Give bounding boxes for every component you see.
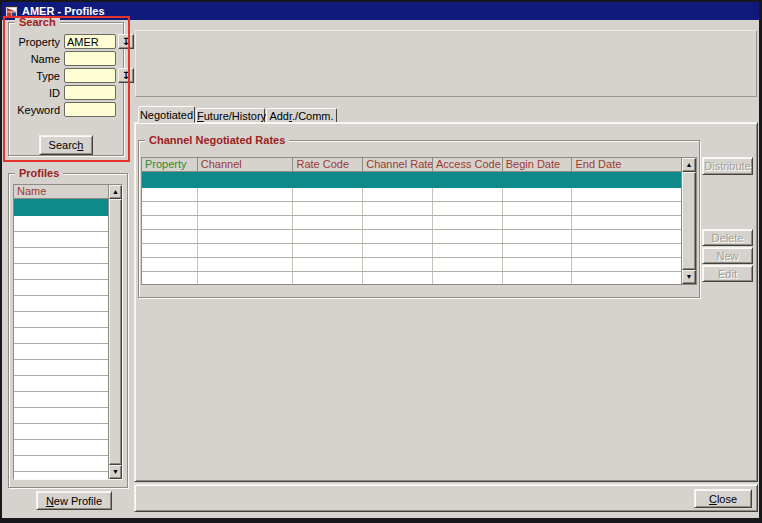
rate-cell	[433, 202, 503, 215]
type-label: Type	[11, 70, 64, 82]
selected-rate-row[interactable]	[142, 172, 681, 188]
id-input[interactable]	[64, 85, 116, 100]
delete-button[interactable]: Delete	[702, 229, 753, 246]
rates-header-row: Property Channel Rate Code Channel Rate …	[142, 158, 681, 172]
rate-row[interactable]	[142, 230, 681, 244]
scroll-up-button[interactable]: ▲	[682, 158, 696, 172]
column-header-access-code[interactable]: Access Code	[433, 158, 503, 171]
profiles-scrollbar: ▲ ▼	[108, 185, 122, 479]
property-lov-button[interactable]: ↧	[118, 34, 134, 49]
new-button[interactable]: New	[702, 247, 753, 264]
search-group-label: Search	[15, 16, 60, 28]
tab-negotiated[interactable]: Negotiated	[138, 106, 195, 123]
rate-cell	[503, 258, 573, 271]
rate-cell	[363, 202, 433, 215]
keyword-label: Keyword	[11, 104, 64, 116]
selected-profile-row[interactable]	[14, 199, 108, 216]
rate-row[interactable]	[142, 202, 681, 216]
profiles-name-column-header: Name	[14, 185, 108, 199]
profile-row[interactable]	[14, 344, 108, 360]
rate-row[interactable]	[142, 272, 681, 284]
tab-label: Addr./Comm.	[269, 110, 333, 122]
rates-table: Property Channel Rate Code Channel Rate …	[141, 157, 697, 285]
distribute-button[interactable]: Distribute	[702, 157, 753, 175]
keyword-input[interactable]	[64, 102, 116, 117]
new-profile-button[interactable]: New Profile	[36, 491, 112, 510]
id-field-row: ID	[11, 85, 116, 100]
scrollbar-thumb[interactable]	[682, 172, 696, 270]
rate-row[interactable]	[142, 188, 681, 202]
property-field-row: Property ↧	[11, 34, 134, 49]
scrollbar-thumb[interactable]	[109, 199, 122, 465]
rate-cell	[142, 272, 198, 284]
rate-cell	[198, 216, 294, 229]
column-header-rate-code[interactable]: Rate Code	[293, 158, 363, 171]
rate-row[interactable]	[142, 216, 681, 230]
profile-row[interactable]	[14, 216, 108, 232]
rate-cell	[142, 216, 198, 229]
rate-cell	[433, 188, 503, 201]
rate-cell	[142, 230, 198, 243]
column-header-property[interactable]: Property	[142, 158, 198, 171]
rate-cell	[198, 272, 294, 284]
rate-cell	[503, 216, 573, 229]
scroll-up-button[interactable]: ▲	[109, 185, 122, 199]
profile-row[interactable]	[14, 280, 108, 296]
rates-table-main: Property Channel Rate Code Channel Rate …	[142, 158, 681, 284]
profile-row[interactable]	[14, 264, 108, 280]
column-header-channel-rate[interactable]: Channel Rate	[363, 158, 433, 171]
scroll-up-icon: ▲	[112, 188, 119, 195]
rate-cell	[572, 272, 681, 284]
profile-row[interactable]	[14, 408, 108, 424]
profile-row[interactable]	[14, 392, 108, 408]
rate-cell	[293, 258, 363, 271]
profile-row[interactable]	[14, 248, 108, 264]
rate-cell	[572, 244, 681, 257]
scroll-up-icon: ▲	[686, 161, 693, 168]
column-header-begin-date[interactable]: Begin Date	[503, 158, 573, 171]
rate-cell	[142, 244, 198, 257]
search-button[interactable]: Search	[39, 135, 93, 155]
profile-row[interactable]	[14, 376, 108, 392]
column-header-end-date[interactable]: End Date	[572, 158, 681, 171]
profile-row[interactable]	[14, 440, 108, 456]
scroll-down-button[interactable]: ▼	[682, 270, 696, 284]
rate-cell	[572, 258, 681, 271]
rates-group-label: Channel Negotiated Rates	[145, 134, 289, 146]
scroll-down-button[interactable]: ▼	[109, 465, 122, 479]
type-field-row: Type ↧	[11, 68, 134, 83]
close-button[interactable]: Close	[694, 489, 752, 508]
tab-future-history[interactable]: Future/History	[196, 108, 265, 123]
property-input[interactable]	[64, 34, 116, 49]
profile-row[interactable]	[14, 232, 108, 248]
rate-cell	[503, 244, 573, 257]
profile-row[interactable]	[14, 424, 108, 440]
rate-cell	[293, 244, 363, 257]
type-lov-button[interactable]: ↧	[118, 68, 134, 83]
tab-label: Negotiated	[140, 109, 193, 121]
profile-row[interactable]	[14, 456, 108, 472]
header-panel	[135, 30, 757, 97]
titlebar: AMER - Profiles	[2, 2, 759, 20]
edit-button[interactable]: Edit	[702, 265, 753, 282]
tab-addr-comm[interactable]: Addr./Comm.	[266, 108, 337, 123]
rates-rows	[142, 188, 681, 284]
profile-row[interactable]	[14, 312, 108, 328]
type-input[interactable]	[64, 68, 116, 83]
column-header-channel[interactable]: Channel	[198, 158, 294, 171]
rate-cell	[363, 258, 433, 271]
rate-cell	[363, 230, 433, 243]
rate-cell	[503, 272, 573, 284]
rate-cell	[572, 202, 681, 215]
profile-row[interactable]	[14, 296, 108, 312]
rate-cell	[198, 230, 294, 243]
profile-row[interactable]	[14, 328, 108, 344]
profile-row[interactable]	[14, 360, 108, 376]
rate-row[interactable]	[142, 258, 681, 272]
name-input[interactable]	[64, 51, 116, 66]
rate-cell	[142, 258, 198, 271]
profile-row[interactable]	[14, 472, 108, 479]
rate-row[interactable]	[142, 244, 681, 258]
name-field-row: Name	[11, 51, 116, 66]
rates-scrollbar: ▲ ▼	[681, 158, 696, 284]
